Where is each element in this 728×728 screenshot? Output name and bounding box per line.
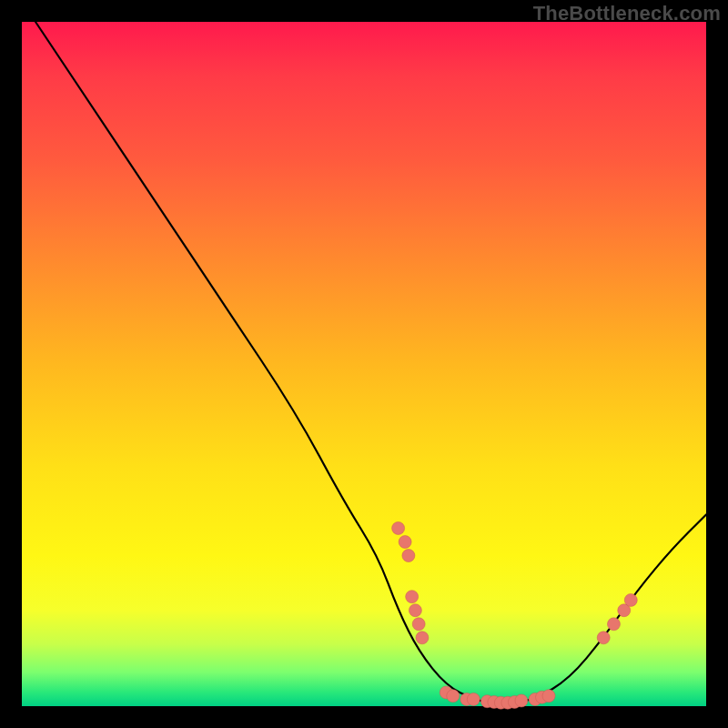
curve-marker (542, 690, 555, 703)
curve-marker (402, 550, 415, 562)
curve-marker (409, 604, 421, 617)
curve-marker (597, 632, 610, 644)
curve-marker (447, 690, 460, 703)
curve-marker (399, 536, 411, 549)
chart-frame: TheBottleneck.com (0, 0, 728, 728)
curve-marker (515, 694, 528, 707)
bottleneck-curve (35, 22, 706, 704)
curve-marker (412, 618, 425, 631)
curve-marker (624, 593, 637, 606)
curve-marker (467, 693, 480, 705)
curve-markers (392, 521, 638, 709)
curve-marker (607, 618, 620, 631)
curve-marker (392, 521, 405, 534)
curve-marker (416, 632, 429, 644)
chart-plot-area (22, 22, 706, 706)
chart-svg (22, 22, 706, 706)
curve-marker (406, 591, 419, 603)
